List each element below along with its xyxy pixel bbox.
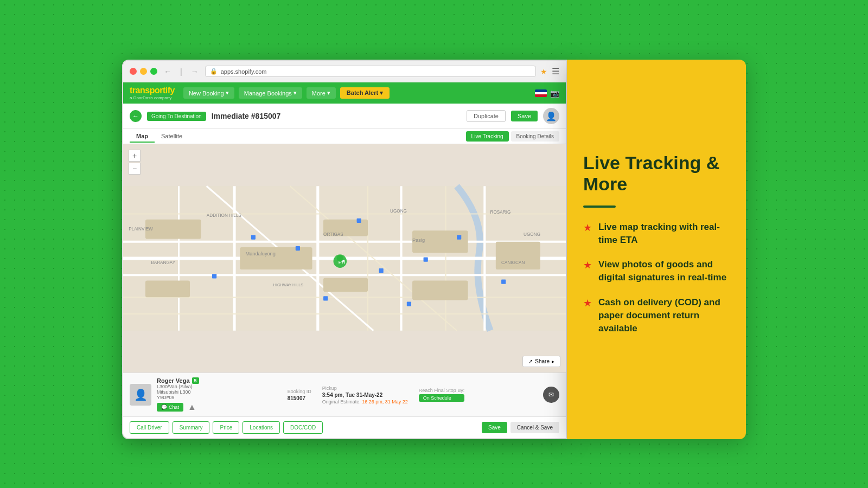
share-label: Share [535,358,550,364]
address-text: apps.shopify.com [221,68,267,75]
reach-label: Reach Final Stop By: [419,388,465,393]
minimize-traffic-light[interactable] [140,68,147,75]
live-tracking-tab[interactable]: Live Tracking [466,131,509,142]
svg-text:HIGHWAY HILLS: HIGHWAY HILLS [273,283,303,287]
svg-text:PLAINVIEW: PLAINVIEW [129,227,153,232]
svg-rect-21 [145,220,201,239]
toolbar-icons: 📷 [535,89,559,98]
more-arrow: ▾ [327,89,330,97]
tab-map[interactable]: Map [130,131,155,143]
logo-tagline: a DoorDash company [130,95,175,100]
browser-menu-icon[interactable]: ☰ [552,66,559,76]
info-text-2: View photos of goods and digital signatu… [598,258,730,284]
svg-rect-38 [379,268,384,273]
driver-name-text: Roger Vega [157,377,190,384]
save-bottom-button[interactable]: Save [482,422,507,433]
booking-title: Immediate #815007 [212,112,461,120]
message-icon[interactable]: ✉ [543,387,559,403]
star-bullet-1: ★ [583,222,592,234]
svg-text:CANIGCAN: CANIGCAN [501,260,525,265]
info-panel: Live Tracking & More ★ Live map tracking… [567,60,746,439]
booking-id-col: Booking ID 815007 [288,389,311,401]
close-traffic-light[interactable] [130,68,137,75]
price-button[interactable]: Price [213,421,239,434]
save-top-button[interactable]: Save [511,111,538,121]
driver-bar: 👤 Roger Vega 5 L300/Van (Silva) Mitsubis… [123,373,566,416]
flag-icon [535,89,547,97]
app-toolbar: transportify a DoorDash company New Book… [123,82,566,104]
driver-vehicle-type: L300/Van (Silva) [157,384,282,389]
svg-rect-23 [496,242,540,269]
driver-name-row: Roger Vega 5 [157,377,282,384]
destination-badge: Going To Destination [147,112,206,121]
bookmark-icon[interactable]: ★ [540,67,547,76]
logo-text: transportify [130,86,175,95]
tab-satellite[interactable]: Satellite [155,131,189,143]
fullscreen-traffic-light[interactable] [150,68,157,75]
booking-id-label: Booking ID [288,389,311,394]
svg-rect-22 [145,281,190,298]
manage-bookings-arrow: ▾ [293,89,297,97]
logo-rest: ransportify [132,86,175,95]
call-driver-button[interactable]: Call Driver [130,421,169,434]
svg-text:ADDITION HILLS: ADDITION HILLS [207,213,242,218]
pickup-label: Pickup [322,386,408,391]
manage-bookings-label: Manage Bookings [244,90,292,97]
info-item-1: ★ Live map tracking with real-time ETA [583,221,730,247]
rating-badge: 5 [192,377,199,384]
reach-col: Reach Final Stop By: On Schedule [419,388,465,402]
locations-button[interactable]: Locations [242,421,280,434]
new-booking-button[interactable]: New Booking ▾ [183,87,234,99]
svg-rect-42 [212,274,216,278]
more-button[interactable]: More ▾ [307,87,336,99]
browser-chrome: ← | → 🔒 apps.shopify.com ★ ☰ [123,61,566,82]
more-label: More [312,90,326,97]
batch-alert-button[interactable]: Batch Alert ▾ [340,87,390,99]
new-booking-label: New Booking [189,90,224,97]
map-svg: Mandaluyong ORTIGAS Pasig BARANGAY PLAIN… [123,144,566,373]
forward-button[interactable]: → [189,66,201,77]
manage-bookings-button[interactable]: Manage Bookings ▾ [239,87,302,99]
chat-icon: 💬 [161,404,167,410]
svg-rect-16 [240,247,312,269]
back-nav-button[interactable]: ← [130,110,142,122]
chat-button[interactable]: 💬 Chat [157,403,183,412]
zoom-out-button[interactable]: − [129,163,141,175]
info-text-1: Live map tracking with real-time ETA [598,221,730,247]
duplicate-button[interactable]: Duplicate [467,110,506,122]
info-divider [583,206,616,208]
main-container: ← | → 🔒 apps.shopify.com ★ ☰ transportif… [122,49,746,439]
svg-rect-20 [412,281,468,300]
booking-details-row: Booking ID 815007 Pickup 3:54 pm, Tue 31… [288,386,538,404]
share-arrow: ▸ [552,358,554,364]
cancel-save-button[interactable]: Cancel & Save [510,422,559,433]
info-text-3: Cash on delivery (COD) and paper documen… [598,296,730,335]
browser-panel: ← | → 🔒 apps.shopify.com ★ ☰ transportif… [122,60,567,439]
back-button[interactable]: ← [162,66,174,77]
svg-rect-36 [296,246,300,251]
svg-point-47 [337,255,343,261]
svg-rect-35 [251,235,256,239]
batch-alert-arrow: ▾ [380,89,383,96]
address-bar[interactable]: 🔒 apps.shopify.com [205,66,536,77]
tabs-row: Map Satellite Live Tracking Booking Deta… [123,129,566,144]
summary-button[interactable]: Summary [173,421,210,434]
share-button[interactable]: ↗ Share ▸ [522,356,560,367]
zoom-in-button[interactable]: + [129,150,141,162]
info-item-3: ★ Cash on delivery (COD) and paper docum… [583,296,730,335]
chat-label: Chat [169,404,179,410]
svg-text:ORTIGAS: ORTIGAS [323,232,343,237]
driver-row: 👤 Roger Vega 5 L300/Van (Silva) Mitsubis… [130,377,559,412]
doc-cod-button[interactable]: DOC/COD [283,421,323,434]
forward-separator: | [178,66,184,77]
camera-icon: 📷 [550,89,559,98]
driver-info: Roger Vega 5 L300/Van (Silva) Mitsubishi… [157,377,282,412]
user-avatar: 👤 [543,108,559,124]
star-bullet-3: ★ [583,297,592,309]
svg-text:UGONG: UGONG [524,232,540,237]
driver-plate: Y9D#09 [157,395,282,400]
lock-icon: 🔒 [210,68,218,75]
booking-details-tab[interactable]: Booking Details [511,131,559,142]
svg-text:Mandaluyong: Mandaluyong [246,251,276,256]
booking-id-value: 815007 [288,395,311,401]
